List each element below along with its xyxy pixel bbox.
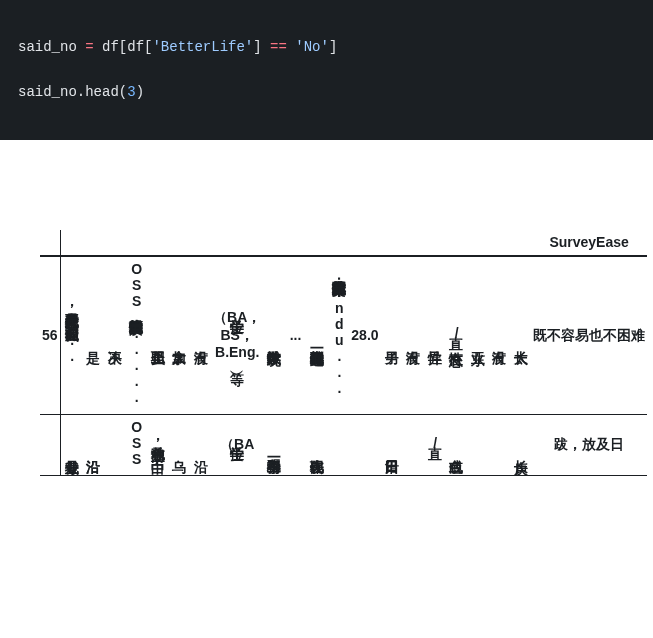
- column-header: 业余爱好者: [104, 230, 126, 257]
- table-cell: 我是专业: [60, 414, 82, 476]
- table-cell: 另一个工程学科: [263, 414, 285, 476]
- table-cell: 决不: [104, 256, 126, 414]
- table-cell: 乌: [168, 414, 190, 476]
- table-cell: [349, 414, 380, 476]
- column-header: 家属: [488, 230, 510, 257]
- table-cell: 跋，放及日: [531, 414, 647, 476]
- table-cell: [328, 414, 350, 476]
- code-token-var: said_no: [18, 39, 77, 55]
- column-header: [306, 230, 328, 257]
- column-header: 主枝: [82, 230, 104, 257]
- table-cell: OSS和封闭源: [125, 414, 147, 476]
- column-header: 开源: [147, 230, 169, 257]
- table-cell: 男子: [381, 256, 403, 414]
- table-cell: 学士学位 （BA， BS， B.Eng. 等）: [211, 256, 263, 414]
- code-token-string: 'BetterLife': [152, 39, 253, 55]
- column-header-index: [40, 230, 60, 257]
- table-row: 我是专业 沿沿 OSS和封闭源 独立承包商，白中 乌 沿 学士学位 （BA 另一…: [40, 414, 647, 476]
- table-cell: 直/: [424, 414, 446, 476]
- table-cell: 东亚: [467, 256, 489, 414]
- column-header: 国家: [190, 230, 212, 257]
- table-cell: [488, 414, 510, 476]
- column-header: 被访者: [60, 230, 82, 257]
- table-cell: ...: [285, 256, 307, 414]
- output-area: 被访者 主枝 业余爱好者 开源软件 开源 就业机会 国家 学生 教育水平 本科专…: [0, 140, 653, 638]
- code-cell: said_no = df[df['BetterLife'] == 'No'] s…: [0, 0, 653, 140]
- table-cell: 现在比去年: [306, 414, 328, 476]
- code-token-string: 'No': [295, 39, 329, 55]
- table-cell: 既不容易也不困难: [531, 256, 647, 414]
- column-header: 就业机会: [168, 230, 190, 257]
- column-header: 性欲: [445, 230, 467, 257]
- code-token-op: =: [77, 39, 102, 55]
- code-token-op: ==: [262, 39, 296, 55]
- column-header: 测量长度: [510, 230, 532, 257]
- table-cell: 直/有性恋: [445, 256, 467, 414]
- table-cell: [467, 414, 489, 476]
- column-header: 年龄: [381, 230, 403, 257]
- table-cell: 我主要不是开发人员，但我写的是...: [60, 256, 82, 414]
- code-token-number: 3: [127, 84, 135, 100]
- code-token-plain: said_no.head(: [18, 84, 127, 100]
- column-header: SurveyEase: [531, 230, 647, 257]
- column-header: 性别: [402, 230, 424, 257]
- column-header: 新内容: [349, 230, 380, 257]
- code-token-plain: ): [136, 84, 144, 100]
- code-token-plain: df[df[: [102, 39, 152, 55]
- table-cell: 白色或: [445, 414, 467, 476]
- table-cell: 是: [82, 256, 104, 414]
- table-row: 56 我主要不是开发人员，但我写的是... 是 决不 OSS和封闭源代码软件的质…: [40, 256, 647, 414]
- code-token-plain: ]: [329, 39, 337, 55]
- table-cell: [402, 414, 424, 476]
- column-header: 欢迎更改: [328, 230, 350, 257]
- table-cell: 太长: [510, 256, 532, 414]
- code-line-2: said_no.head(3): [18, 81, 635, 103]
- table-cell: [104, 414, 126, 476]
- column-header: 教育水平: [263, 230, 285, 257]
- column-header: 种族: [467, 230, 489, 257]
- table-cell: [285, 414, 307, 476]
- table-cell: 沿沿: [82, 414, 104, 476]
- table-cell: 异性: [424, 256, 446, 414]
- table-cell: OSS和封闭源代码软件的质量......: [125, 256, 147, 414]
- table-cell: 没有: [488, 256, 510, 414]
- code-line-1: said_no = df[df['BetterLife'] == 'No']: [18, 36, 635, 58]
- column-header: 开源软件: [125, 230, 147, 257]
- table-cell: 独立承包商，白中: [147, 414, 169, 476]
- table-cell: 加拿大: [168, 256, 190, 414]
- code-token-plain: ]: [253, 39, 261, 55]
- table-cell: 田沿日: [381, 414, 403, 476]
- column-header: 反式: [424, 230, 446, 257]
- column-header: 本科专业: [285, 230, 307, 257]
- table-cell: 28.0: [349, 256, 380, 414]
- table-cell: 长庚: [510, 414, 532, 476]
- table-cell: 没有: [190, 256, 212, 414]
- table-cell: 全职员工: [147, 256, 169, 414]
- table-cell: 就像我去年一样受到欢迎: [306, 256, 328, 414]
- table-header-row: 被访者 主枝 业余爱好者 开源软件 开源 就业机会 国家 学生 教育水平 本科专…: [40, 230, 647, 257]
- table-cell: 没有: [402, 256, 424, 414]
- column-header: 学生: [211, 230, 263, 257]
- table-cell: 学士学位 （BA: [211, 414, 263, 476]
- dataframe-table: 被访者 主枝 业余爱好者 开源软件 开源 就业机会 国家 学生 教育水平 本科专…: [40, 230, 647, 477]
- row-index: [40, 414, 60, 476]
- row-index: 56: [40, 256, 60, 414]
- table-cell: 数学或统计学: [263, 256, 285, 414]
- table-cell: 沿: [190, 414, 212, 476]
- table-cell: 其他开发人员撰写的技术文章；Indu...: [328, 256, 350, 414]
